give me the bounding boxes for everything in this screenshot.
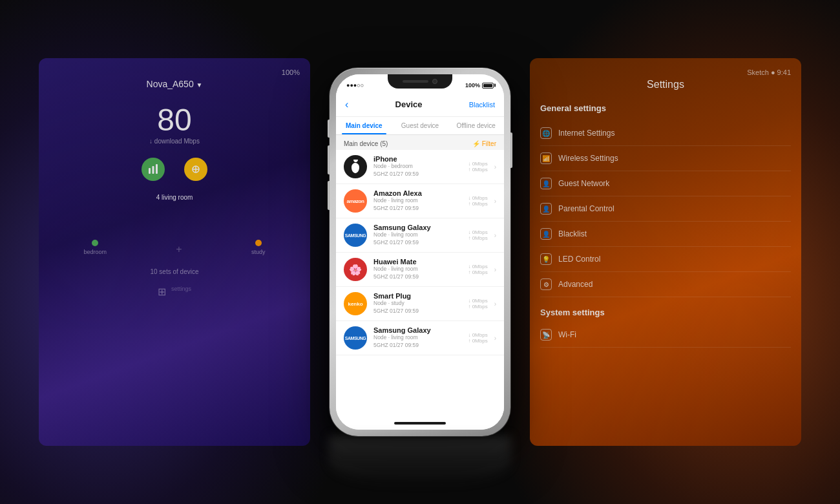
left-room-dot-2 [255,240,262,246]
device-avatar-huawei: 🌸 [344,258,367,281]
home-indicator [336,417,504,430]
left-node-yellow [184,158,207,181]
device-info-smartplug: Smart Plug Node · study 5GHZ 01/27 09:59 [373,292,461,315]
right-menu-parental: 👤 Parental Control [540,196,791,222]
blacklist-button[interactable]: Blacklist [469,101,495,109]
device-speed-smartplug: ↓ 0Mbps ↑ 0Mbps [468,298,487,310]
device-list-header: Main device (5) ⚡ Filter [336,135,504,150]
nav-bar: ‹ Device Blacklist [336,92,504,117]
right-parental-label: Parental Control [558,204,614,213]
device-avatar-smartplug: kenko [344,292,367,315]
device-item-smartplug[interactable]: kenko Smart Plug Node · study 5GHZ 01/27… [336,287,504,321]
right-menu-advanced: ⚙ Advanced [540,272,791,297]
device-item-alexa[interactable]: amazon Amazon Alexa Node · living room 5… [336,184,504,218]
device-info-alexa: Amazon Alexa Node · living room 5GHZ 01/… [373,189,461,213]
device-speed-samsung1: ↓ 0Mbps ↑ 0Mbps [468,229,487,241]
mute-button [328,120,330,138]
phone-reflection [330,436,510,488]
device-speed-huawei: ↓ 0Mbps ↑ 0Mbps [468,264,487,275]
battery-fill [483,84,492,87]
right-wifi-label: Wi-Fi [558,330,576,339]
right-background-screen: Sketch ● 9:41 Settings General settings … [530,58,801,446]
phone-outer: ●●●○○ 100% ‹ Device Blacklist [330,68,510,436]
right-blacklist-icon: 👤 [540,228,552,240]
device-chevron-iphone: › [494,163,496,171]
device-meta-samsung2: Node · living room 5GHZ 01/27 09:59 [373,334,461,350]
right-wireless-label: Wireless Settings [558,154,618,163]
tab-guest-device[interactable]: Guest device [392,117,448,134]
device-name-huawei: Huawei Mate [373,258,461,266]
device-chevron-alexa: › [494,198,496,205]
volume-down-button [328,181,330,210]
home-bar [394,422,446,425]
left-room-label-2: study [251,249,266,255]
left-device-count: 10 sets of device [49,268,300,275]
device-name-iphone: iPhone [373,155,461,163]
tab-offline-device[interactable]: Offline device [448,117,504,134]
phone: ●●●○○ 100% ‹ Device Blacklist [330,68,510,436]
device-item-samsung1[interactable]: SAMSUNG Samsung Galaxy Node · living roo… [336,218,504,253]
device-name-samsung1: Samsung Galaxy [373,224,461,231]
device-speed-samsung2: ↓ 0Mbps ↑ 0Mbps [468,332,487,344]
right-internet-icon: 🌐 [540,127,552,139]
device-chevron-huawei: › [494,266,496,273]
right-guest-label: Guest Network [558,179,609,188]
right-general-section: General settings [540,103,791,113]
device-avatar-samsung2: SAMSUNG [344,326,367,350]
device-speed-iphone: ↓ 0Mbps ↑ 0Mbps [468,161,487,173]
svg-rect-2 [156,164,158,174]
power-button [510,132,512,168]
phone-notch [388,74,452,89]
device-info-huawei: Huawei Mate Node · living room 5GHZ 01/2… [373,258,461,281]
left-room-dot-1 [92,240,98,246]
left-settings-label: settings [171,286,191,298]
device-meta-samsung1: Node · living room 5GHZ 01/27 09:59 [373,231,461,247]
device-chevron-samsung2: › [494,335,496,342]
right-menu-wifi: 📡 Wi-Fi [540,322,791,348]
device-list: iPhone Node · bedroom 5GHZ 01/27 09:59 ↓… [336,150,504,417]
device-avatar-alexa: amazon [344,189,367,213]
right-guest-icon: 👤 [540,178,552,189]
filter-button[interactable]: ⚡ Filter [472,140,496,147]
status-time: ●●●○○ [346,82,364,89]
device-chevron-samsung1: › [494,232,496,239]
nav-title: Device [395,100,423,109]
left-network-name: Nova_A650 [147,79,194,89]
tab-bar: Main device Guest device Offline device [336,117,504,135]
right-menu-blacklist: 👤 Blacklist [540,222,791,247]
device-avatar-iphone [344,155,367,178]
right-internet-label: Internet Settings [558,129,614,138]
right-led-icon: 💡 [540,253,552,265]
device-speed-alexa: ↓ 0Mbps ↑ 0Mbps [468,195,487,207]
device-chevron-smartplug: › [494,300,496,308]
right-system-section: System settings [540,308,791,317]
camera [432,79,437,84]
device-count: Main device (5) [344,140,388,147]
right-advanced-label: Advanced [558,280,593,289]
right-wireless-icon: 📶 [540,152,552,164]
status-battery-text: 100% [465,82,480,89]
device-avatar-samsung1: SAMSUNG [344,224,367,247]
device-item-iphone[interactable]: iPhone Node · bedroom 5GHZ 01/27 09:59 ↓… [336,150,504,184]
filter-label: Filter [482,140,496,147]
right-blacklist-label: Blacklist [558,229,587,238]
device-info-samsung2: Samsung Galaxy Node · living room 5GHZ 0… [373,326,461,350]
back-button[interactable]: ‹ [345,99,348,110]
speaker [403,80,428,83]
device-item-samsung2[interactable]: SAMSUNG Samsung Galaxy Node · living roo… [336,321,504,355]
right-status: Sketch ● 9:41 [747,68,791,76]
device-item-huawei[interactable]: 🌸 Huawei Mate Node · living room 5GHZ 01… [336,253,504,287]
left-room-label-1: bedroom [84,249,107,255]
device-meta-smartplug: Node · study 5GHZ 01/27 09:59 [373,300,461,315]
device-info-iphone: iPhone Node · bedroom 5GHZ 01/27 09:59 [373,155,461,178]
right-screen-title: Settings [540,79,791,90]
device-name-smartplug: Smart Plug [373,292,461,300]
device-meta-alexa: Node · living room 5GHZ 01/27 09:59 [373,197,461,213]
screen-content: ●●●○○ 100% ‹ Device Blacklist [336,74,504,430]
phone-screen: ●●●○○ 100% ‹ Device Blacklist [336,74,504,430]
tab-main-device[interactable]: Main device [336,117,392,134]
left-speed-label: ↓ download Mbps [49,138,300,145]
device-name-alexa: Amazon Alexa [373,189,461,197]
left-settings-icon: ⊞ [158,286,166,298]
right-led-label: LED Control [558,255,600,264]
